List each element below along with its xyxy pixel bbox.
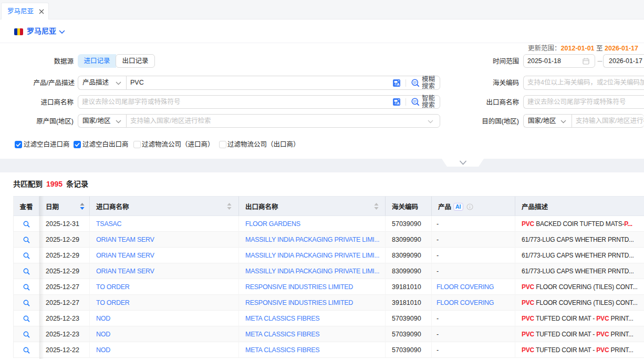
svg-text:A: A [397,101,400,106]
svg-text:A: A [397,82,400,87]
